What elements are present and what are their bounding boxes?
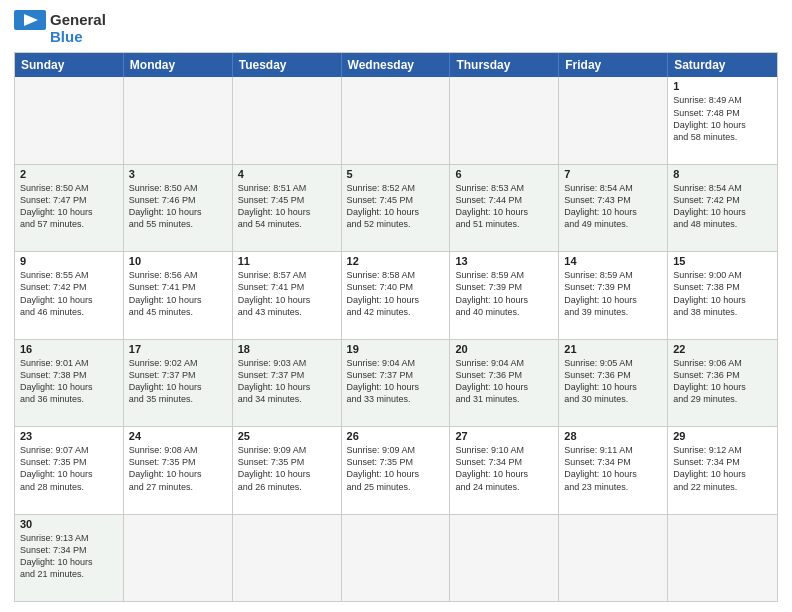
day-number: 12 [347,255,445,267]
header-cell-friday: Friday [559,53,668,77]
cell-info: Sunrise: 8:50 AM Sunset: 7:46 PM Dayligh… [129,182,227,231]
header: General Blue [14,10,778,46]
calendar-cell: 15Sunrise: 9:00 AM Sunset: 7:38 PM Dayli… [668,252,777,338]
calendar-cell: 20Sunrise: 9:04 AM Sunset: 7:36 PM Dayli… [450,340,559,426]
calendar-cell [124,515,233,601]
calendar-cell: 21Sunrise: 9:05 AM Sunset: 7:36 PM Dayli… [559,340,668,426]
cell-info: Sunrise: 9:02 AM Sunset: 7:37 PM Dayligh… [129,357,227,406]
cell-info: Sunrise: 8:54 AM Sunset: 7:43 PM Dayligh… [564,182,662,231]
day-number: 6 [455,168,553,180]
calendar-row: 23Sunrise: 9:07 AM Sunset: 7:35 PM Dayli… [15,426,777,513]
calendar-cell: 8Sunrise: 8:54 AM Sunset: 7:42 PM Daylig… [668,165,777,251]
cell-info: Sunrise: 8:50 AM Sunset: 7:47 PM Dayligh… [20,182,118,231]
calendar-cell: 16Sunrise: 9:01 AM Sunset: 7:38 PM Dayli… [15,340,124,426]
day-number: 23 [20,430,118,442]
calendar-cell [559,515,668,601]
calendar-cell: 22Sunrise: 9:06 AM Sunset: 7:36 PM Dayli… [668,340,777,426]
calendar-cell [450,77,559,163]
cell-info: Sunrise: 9:04 AM Sunset: 7:37 PM Dayligh… [347,357,445,406]
day-number: 13 [455,255,553,267]
cell-info: Sunrise: 9:00 AM Sunset: 7:38 PM Dayligh… [673,269,772,318]
cell-info: Sunrise: 9:07 AM Sunset: 7:35 PM Dayligh… [20,444,118,493]
calendar-body: 1Sunrise: 8:49 AM Sunset: 7:48 PM Daylig… [15,77,777,601]
calendar-cell: 5Sunrise: 8:52 AM Sunset: 7:45 PM Daylig… [342,165,451,251]
cell-info: Sunrise: 9:05 AM Sunset: 7:36 PM Dayligh… [564,357,662,406]
day-number: 29 [673,430,772,442]
header-cell-tuesday: Tuesday [233,53,342,77]
calendar-row: 2Sunrise: 8:50 AM Sunset: 7:47 PM Daylig… [15,164,777,251]
calendar-cell: 13Sunrise: 8:59 AM Sunset: 7:39 PM Dayli… [450,252,559,338]
calendar-cell: 1Sunrise: 8:49 AM Sunset: 7:48 PM Daylig… [668,77,777,163]
day-number: 20 [455,343,553,355]
calendar-cell: 4Sunrise: 8:51 AM Sunset: 7:45 PM Daylig… [233,165,342,251]
day-number: 15 [673,255,772,267]
cell-info: Sunrise: 9:03 AM Sunset: 7:37 PM Dayligh… [238,357,336,406]
header-cell-thursday: Thursday [450,53,559,77]
logo-flag-icon [14,10,46,46]
calendar-page: General Blue SundayMondayTuesdayWednesda… [0,0,792,612]
cell-info: Sunrise: 8:51 AM Sunset: 7:45 PM Dayligh… [238,182,336,231]
calendar-cell: 11Sunrise: 8:57 AM Sunset: 7:41 PM Dayli… [233,252,342,338]
day-number: 14 [564,255,662,267]
calendar-cell: 17Sunrise: 9:02 AM Sunset: 7:37 PM Dayli… [124,340,233,426]
day-number: 28 [564,430,662,442]
calendar-cell [342,77,451,163]
cell-info: Sunrise: 8:58 AM Sunset: 7:40 PM Dayligh… [347,269,445,318]
calendar-cell: 23Sunrise: 9:07 AM Sunset: 7:35 PM Dayli… [15,427,124,513]
header-cell-sunday: Sunday [15,53,124,77]
day-number: 4 [238,168,336,180]
calendar-cell [668,515,777,601]
calendar-cell: 30Sunrise: 9:13 AM Sunset: 7:34 PM Dayli… [15,515,124,601]
day-number: 2 [20,168,118,180]
cell-info: Sunrise: 8:55 AM Sunset: 7:42 PM Dayligh… [20,269,118,318]
cell-info: Sunrise: 9:01 AM Sunset: 7:38 PM Dayligh… [20,357,118,406]
header-cell-monday: Monday [124,53,233,77]
calendar-cell [450,515,559,601]
calendar-cell: 27Sunrise: 9:10 AM Sunset: 7:34 PM Dayli… [450,427,559,513]
logo-label: General Blue [50,11,106,46]
cell-info: Sunrise: 9:13 AM Sunset: 7:34 PM Dayligh… [20,532,118,581]
cell-info: Sunrise: 8:49 AM Sunset: 7:48 PM Dayligh… [673,94,772,143]
calendar-cell: 24Sunrise: 9:08 AM Sunset: 7:35 PM Dayli… [124,427,233,513]
cell-info: Sunrise: 8:59 AM Sunset: 7:39 PM Dayligh… [455,269,553,318]
calendar-row: 30Sunrise: 9:13 AM Sunset: 7:34 PM Dayli… [15,514,777,601]
day-number: 25 [238,430,336,442]
day-number: 30 [20,518,118,530]
calendar-cell [124,77,233,163]
cell-info: Sunrise: 8:53 AM Sunset: 7:44 PM Dayligh… [455,182,553,231]
calendar-cell: 7Sunrise: 8:54 AM Sunset: 7:43 PM Daylig… [559,165,668,251]
calendar-cell: 12Sunrise: 8:58 AM Sunset: 7:40 PM Dayli… [342,252,451,338]
cell-info: Sunrise: 9:06 AM Sunset: 7:36 PM Dayligh… [673,357,772,406]
calendar-cell [233,515,342,601]
day-number: 27 [455,430,553,442]
day-number: 10 [129,255,227,267]
calendar-cell: 25Sunrise: 9:09 AM Sunset: 7:35 PM Dayli… [233,427,342,513]
cell-info: Sunrise: 9:08 AM Sunset: 7:35 PM Dayligh… [129,444,227,493]
cell-info: Sunrise: 9:12 AM Sunset: 7:34 PM Dayligh… [673,444,772,493]
calendar-cell: 26Sunrise: 9:09 AM Sunset: 7:35 PM Dayli… [342,427,451,513]
logo-blue: Blue [50,28,106,45]
day-number: 26 [347,430,445,442]
header-cell-wednesday: Wednesday [342,53,451,77]
day-number: 7 [564,168,662,180]
calendar-cell: 10Sunrise: 8:56 AM Sunset: 7:41 PM Dayli… [124,252,233,338]
calendar: SundayMondayTuesdayWednesdayThursdayFrid… [14,52,778,602]
day-number: 1 [673,80,772,92]
calendar-cell: 9Sunrise: 8:55 AM Sunset: 7:42 PM Daylig… [15,252,124,338]
calendar-cell: 19Sunrise: 9:04 AM Sunset: 7:37 PM Dayli… [342,340,451,426]
calendar-cell [15,77,124,163]
day-number: 5 [347,168,445,180]
calendar-cell: 3Sunrise: 8:50 AM Sunset: 7:46 PM Daylig… [124,165,233,251]
calendar-cell: 18Sunrise: 9:03 AM Sunset: 7:37 PM Dayli… [233,340,342,426]
calendar-cell: 6Sunrise: 8:53 AM Sunset: 7:44 PM Daylig… [450,165,559,251]
calendar-cell [559,77,668,163]
calendar-row: 9Sunrise: 8:55 AM Sunset: 7:42 PM Daylig… [15,251,777,338]
cell-info: Sunrise: 9:09 AM Sunset: 7:35 PM Dayligh… [347,444,445,493]
calendar-header: SundayMondayTuesdayWednesdayThursdayFrid… [15,53,777,77]
logo: General Blue [14,10,106,46]
calendar-row: 1Sunrise: 8:49 AM Sunset: 7:48 PM Daylig… [15,77,777,163]
calendar-cell: 29Sunrise: 9:12 AM Sunset: 7:34 PM Dayli… [668,427,777,513]
day-number: 16 [20,343,118,355]
logo-text-block: General Blue [14,10,106,46]
calendar-cell: 28Sunrise: 9:11 AM Sunset: 7:34 PM Dayli… [559,427,668,513]
